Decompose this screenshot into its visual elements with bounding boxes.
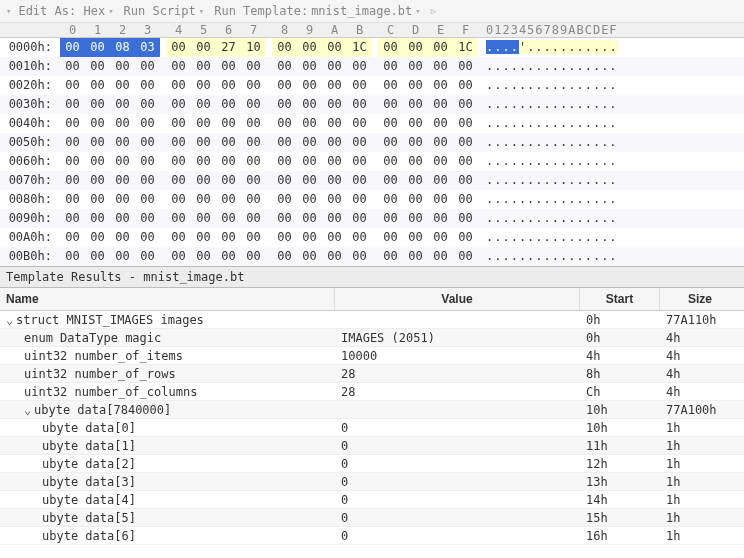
hex-byte[interactable]: 00: [135, 247, 160, 266]
hex-ascii[interactable]: ................: [478, 152, 608, 171]
results-row[interactable]: ⌄ubyte data[7840000]10h77A100h: [0, 401, 744, 419]
hex-byte[interactable]: 00: [403, 171, 428, 190]
hex-byte[interactable]: 00: [272, 190, 297, 209]
hex-byte[interactable]: 00: [272, 152, 297, 171]
hex-byte[interactable]: 00: [272, 95, 297, 114]
hex-byte[interactable]: 00: [272, 114, 297, 133]
hex-byte[interactable]: 00: [378, 171, 403, 190]
hex-row[interactable]: 00B0h:00000000000000000000000000000000..…: [0, 247, 744, 266]
hex-byte[interactable]: 00: [60, 152, 85, 171]
hex-byte[interactable]: 00: [241, 133, 266, 152]
hex-row[interactable]: 0060h:00000000000000000000000000000000..…: [0, 152, 744, 171]
hex-byte[interactable]: 00: [403, 228, 428, 247]
hex-row[interactable]: 0000h:00000803000027100000001C0000001C..…: [0, 38, 744, 57]
hex-byte[interactable]: 00: [297, 190, 322, 209]
results-row[interactable]: ubyte data[1]011h1h: [0, 437, 744, 455]
hex-byte[interactable]: 00: [403, 152, 428, 171]
hex-byte[interactable]: 00: [166, 228, 191, 247]
hex-row[interactable]: 0050h:00000000000000000000000000000000..…: [0, 133, 744, 152]
hex-byte[interactable]: 00: [110, 57, 135, 76]
hex-byte[interactable]: 00: [378, 209, 403, 228]
hex-byte[interactable]: 00: [347, 247, 372, 266]
hex-byte[interactable]: 00: [216, 114, 241, 133]
hex-byte[interactable]: 00: [135, 133, 160, 152]
hex-ascii[interactable]: ................: [478, 247, 608, 266]
hex-byte[interactable]: 00: [216, 228, 241, 247]
hex-byte[interactable]: 00: [272, 38, 297, 57]
hex-byte[interactable]: 00: [216, 190, 241, 209]
hex-byte[interactable]: 00: [166, 57, 191, 76]
hex-byte[interactable]: 00: [297, 38, 322, 57]
hex-byte[interactable]: 00: [135, 209, 160, 228]
hex-byte[interactable]: 00: [241, 190, 266, 209]
hex-byte[interactable]: 00: [272, 133, 297, 152]
hex-byte[interactable]: 00: [85, 247, 110, 266]
results-row[interactable]: uint32 number_of_items100004h4h: [0, 347, 744, 365]
hex-byte[interactable]: 00: [453, 171, 478, 190]
hex-byte[interactable]: 00: [135, 171, 160, 190]
hex-byte[interactable]: 00: [166, 76, 191, 95]
results-row[interactable]: ubyte data[2]012h1h: [0, 455, 744, 473]
hex-ascii[interactable]: ................: [478, 171, 608, 190]
hex-byte[interactable]: 00: [85, 190, 110, 209]
expand-icon[interactable]: ⌄: [6, 311, 16, 328]
hex-byte[interactable]: 00: [241, 95, 266, 114]
hex-ascii[interactable]: ................: [478, 228, 608, 247]
hex-byte[interactable]: 00: [428, 114, 453, 133]
hex-byte[interactable]: 00: [60, 228, 85, 247]
hex-byte[interactable]: 00: [216, 247, 241, 266]
hex-byte[interactable]: 00: [85, 114, 110, 133]
hex-ascii[interactable]: ................: [478, 57, 608, 76]
hex-byte[interactable]: 00: [428, 152, 453, 171]
hex-byte[interactable]: 00: [110, 190, 135, 209]
results-row[interactable]: ubyte data[6]016h1h: [0, 527, 744, 545]
hex-byte[interactable]: 00: [453, 247, 478, 266]
hex-byte[interactable]: 00: [191, 114, 216, 133]
hex-byte[interactable]: 00: [60, 57, 85, 76]
hex-byte[interactable]: 00: [453, 114, 478, 133]
hex-byte[interactable]: 00: [403, 247, 428, 266]
hex-byte[interactable]: 00: [403, 209, 428, 228]
hex-editor-area[interactable]: 0000h:00000803000027100000001C0000001C..…: [0, 38, 744, 266]
hex-byte[interactable]: 00: [322, 228, 347, 247]
hex-byte[interactable]: 00: [85, 152, 110, 171]
hex-byte[interactable]: 00: [322, 209, 347, 228]
hex-byte[interactable]: 00: [272, 76, 297, 95]
hex-byte[interactable]: 00: [453, 133, 478, 152]
hex-byte[interactable]: 27: [216, 38, 241, 57]
hex-byte[interactable]: 00: [110, 133, 135, 152]
hex-byte[interactable]: 00: [166, 114, 191, 133]
hex-byte[interactable]: 00: [347, 152, 372, 171]
hex-ascii[interactable]: ................: [478, 95, 608, 114]
hex-byte[interactable]: 00: [191, 209, 216, 228]
hex-byte[interactable]: 00: [297, 133, 322, 152]
hex-byte[interactable]: 00: [272, 209, 297, 228]
hex-byte[interactable]: 00: [347, 57, 372, 76]
hex-byte[interactable]: 00: [216, 57, 241, 76]
hex-byte[interactable]: 00: [453, 228, 478, 247]
hex-byte[interactable]: 00: [166, 190, 191, 209]
hex-row[interactable]: 0080h:00000000000000000000000000000000..…: [0, 190, 744, 209]
hex-byte[interactable]: 00: [378, 228, 403, 247]
hex-byte[interactable]: 00: [378, 95, 403, 114]
hex-byte[interactable]: 00: [378, 76, 403, 95]
hex-byte[interactable]: 00: [216, 209, 241, 228]
results-row[interactable]: ubyte data[5]015h1h: [0, 509, 744, 527]
hex-byte[interactable]: 00: [428, 247, 453, 266]
hex-byte[interactable]: 00: [241, 152, 266, 171]
hex-byte[interactable]: 00: [428, 133, 453, 152]
hex-byte[interactable]: 00: [347, 228, 372, 247]
hex-byte[interactable]: 00: [241, 76, 266, 95]
hex-byte[interactable]: 00: [135, 228, 160, 247]
col-header-value[interactable]: Value: [335, 288, 580, 310]
hex-byte[interactable]: 00: [216, 76, 241, 95]
hex-row[interactable]: 0020h:00000000000000000000000000000000..…: [0, 76, 744, 95]
run-template-menu[interactable]: Run Template: mnist_image.bt ▾: [211, 3, 424, 19]
hex-byte[interactable]: 00: [85, 57, 110, 76]
col-header-name[interactable]: Name: [0, 288, 335, 310]
hex-byte[interactable]: 00: [347, 133, 372, 152]
hex-byte[interactable]: 00: [135, 95, 160, 114]
hex-byte[interactable]: 00: [297, 95, 322, 114]
hex-byte[interactable]: 00: [347, 190, 372, 209]
hex-byte[interactable]: 00: [322, 76, 347, 95]
